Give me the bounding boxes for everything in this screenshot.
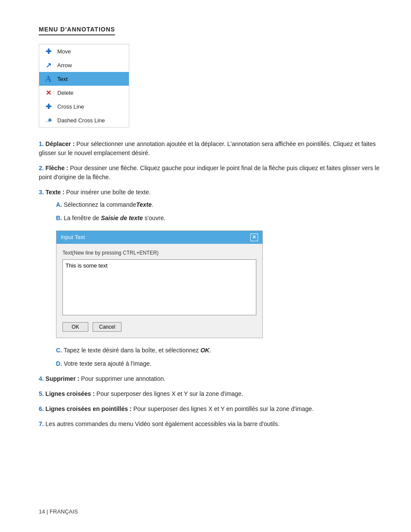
menu-item-move[interactable]: ✚ Move <box>39 44 129 58</box>
menu-item-delete-label: Delete <box>57 90 74 96</box>
dashedcrossline-icon: ‥✚ <box>44 115 53 125</box>
section-6-text: Pour superposer des lignes X et Y en poi… <box>133 405 314 412</box>
section-5-label: Lignes croisées : <box>46 390 95 397</box>
section-4-label: Supprimer : <box>46 375 80 382</box>
menu-box: ✚ Move ↗ Arrow A Text ✕ Delete ✚ Cross L… <box>39 44 129 128</box>
section-2-label: Flèche : <box>46 165 68 171</box>
section-3-sub-b: B. La fenêtre de Saisie de texte s'ouvre… <box>56 214 381 223</box>
section-3: 3. Texte : Pour insérer une boîte de tex… <box>39 188 381 368</box>
menu-item-text[interactable]: A Text <box>39 72 129 86</box>
footer: 14 | FRANÇAIS <box>39 508 78 515</box>
menu-item-arrow[interactable]: ↗ Arrow <box>39 58 129 72</box>
section-3-sub-d-label: D. <box>56 360 62 367</box>
input-text-dialog: Input Text × Text(New line by pressing C… <box>56 230 263 338</box>
menu-item-dashedcrossline[interactable]: ‥✚ Dashed Cross Line <box>39 113 129 127</box>
dialog-ok-button[interactable]: OK <box>62 322 88 332</box>
section-3-sub-c-bold: OK <box>200 347 209 354</box>
section-3-sub-b-label: B. <box>56 215 62 221</box>
section-3-sublist: A. Sélectionnez la commandeTexte. B. La … <box>56 200 381 223</box>
section-2: 2. Flèche : Pour dessiner une flèche. Cl… <box>39 164 381 182</box>
section-3-sub-b-text-before: La fenêtre de <box>64 215 101 221</box>
section-3-sub-b-text-after: s'ouvre. <box>143 215 165 221</box>
menu-item-text-label: Text <box>57 76 68 82</box>
section-3-sub-c-text: Tapez le texte désiré dans la boîte, et … <box>64 347 201 354</box>
section-3-label: Texte : <box>46 189 65 196</box>
section-7: 7. Les autres commandes du menu Vidéo so… <box>39 420 381 429</box>
section-3-sub-c: C. Tapez le texte désiré dans la boîte, … <box>56 346 381 355</box>
dialog-buttons: OK Cancel <box>62 322 256 333</box>
section-4-text: Pour supprimer une annotation. <box>81 375 165 382</box>
dialog-textarea[interactable]: This is some text <box>62 259 256 315</box>
section-4: 4. Supprimer : Pour supprimer une annota… <box>39 374 381 383</box>
section-list: 1. Déplacer : Pour sélectionner une anno… <box>39 140 381 429</box>
dialog-titlebar: Input Text × <box>56 231 262 244</box>
dialog-body: Text(New line by pressing CTRL+ENTER) Th… <box>56 244 262 338</box>
section-2-text: Pour dessiner une flèche. Cliquez gauche… <box>39 165 380 180</box>
section-6-label: Lignes croisées en pointillés : <box>46 405 132 412</box>
section-5-num: 5. <box>39 390 44 397</box>
section-1-label: Déplacer : <box>46 140 75 147</box>
section-3-sub-c-label: C. <box>56 347 62 354</box>
menu-item-crossline-label: Cross Line <box>57 103 84 110</box>
section-3-sublist-cd: C. Tapez le texte désiré dans la boîte, … <box>56 346 381 368</box>
section-3-sub-a-text-after: . <box>152 201 153 208</box>
dialog-field-label: Text(New line by pressing CTRL+ENTER) <box>62 249 256 257</box>
section-6-num: 6. <box>39 405 44 412</box>
section-2-num: 2. <box>39 165 44 171</box>
dialog-cancel-button[interactable]: Cancel <box>93 322 121 332</box>
section-7-text: Les autres commandes du menu Vidéo sont … <box>46 420 280 427</box>
dialog-wrapper: Input Text × Text(New line by pressing C… <box>56 230 263 338</box>
arrow-icon: ↗ <box>44 60 53 70</box>
section-3-sub-a: A. Sélectionnez la commandeTexte. <box>56 200 381 209</box>
section-3-sub-a-text-before: Sélectionnez la commande <box>64 201 136 208</box>
section-3-sub-d: D. Votre texte sera ajouté à l'image. <box>56 359 381 368</box>
menu-item-dashedcrossline-label: Dashed Cross Line <box>57 117 105 124</box>
section-1-text: Pour sélectionner une annotation ajoutée… <box>39 140 376 156</box>
section-3-sub-b-bold: Saisie de texte <box>101 215 143 221</box>
menu-item-move-label: Move <box>57 48 71 55</box>
crossline-icon: ✚ <box>44 102 53 111</box>
section-3-num: 3. <box>39 189 44 196</box>
section-3-sub-d-text: Votre texte sera ajouté à l'image. <box>64 360 151 367</box>
section-5: 5. Lignes croisées : Pour superposer des… <box>39 389 381 398</box>
section-1-num: 1. <box>39 140 44 147</box>
page-title: MENU D'ANNOTATIONS <box>39 26 115 35</box>
section-1: 1. Déplacer : Pour sélectionner une anno… <box>39 140 381 158</box>
menu-item-arrow-label: Arrow <box>57 62 72 68</box>
section-3-sub-c-after: . <box>209 347 211 354</box>
dialog-close-button[interactable]: × <box>250 233 258 241</box>
dialog-title: Input Text <box>61 233 85 242</box>
text-icon: A <box>44 74 53 84</box>
section-7-num: 7. <box>39 420 44 427</box>
section-5-text: Pour superposer des lignes X et Y sur la… <box>97 390 243 397</box>
delete-icon: ✕ <box>44 88 53 97</box>
section-4-num: 4. <box>39 375 44 382</box>
section-6: 6. Lignes croisées en pointillés : Pour … <box>39 404 381 414</box>
section-3-sub-a-bold: Texte <box>136 201 152 208</box>
section-3-text: Pour insérer une boîte de texte. <box>66 189 151 196</box>
section-3-sub-a-label: A. <box>56 201 62 208</box>
menu-item-crossline[interactable]: ✚ Cross Line <box>39 100 129 113</box>
menu-item-delete[interactable]: ✕ Delete <box>39 86 129 100</box>
move-icon: ✚ <box>44 47 53 56</box>
